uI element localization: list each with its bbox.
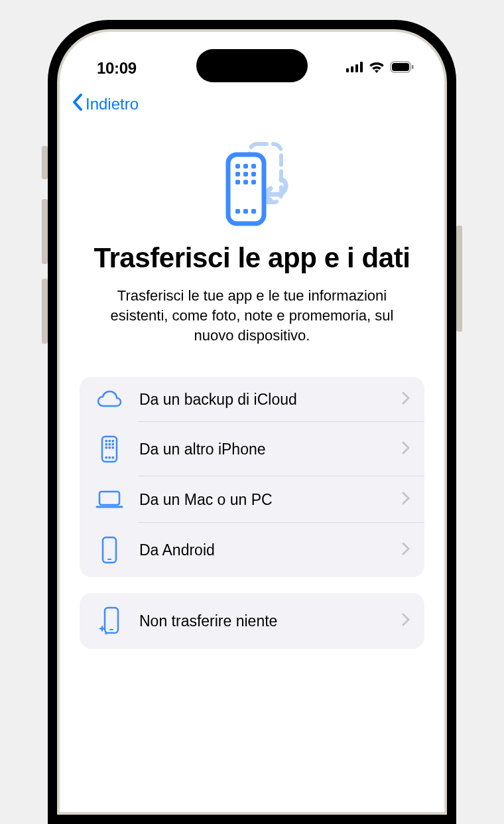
side-button-silent [42,146,48,179]
transfer-option-1[interactable]: Da un altro iPhone [80,422,424,476]
svg-rect-24 [112,440,115,443]
nav-bar: Indietro [60,86,444,115]
svg-rect-32 [109,456,111,459]
svg-rect-36 [107,559,111,560]
device-mockup-frame: 10:09 [0,0,504,824]
phone-plain-icon [94,536,125,564]
svg-rect-11 [251,164,256,169]
phone-sparkle-icon [94,606,125,636]
chevron-right-icon [402,490,410,509]
wifi-icon [369,61,385,76]
svg-rect-6 [412,65,414,69]
svg-rect-9 [235,164,240,169]
svg-rect-25 [105,443,108,446]
chevron-right-icon [402,541,410,559]
svg-rect-34 [99,492,119,505]
page-content: Trasferisci le app e i dati Trasferisci … [60,115,444,649]
option-label: Da Android [139,541,402,559]
page-title: Trasferisci le app e i dati [80,242,424,274]
chevron-right-icon [402,612,410,630]
phone-outer-frame: 10:09 [48,20,456,824]
side-button-volume-up [42,199,48,264]
side-button-power [456,226,462,332]
svg-rect-22 [105,440,108,443]
laptop-icon [94,490,125,510]
chevron-left-icon [72,93,83,115]
iphone-apps-icon [94,435,125,463]
svg-rect-1 [351,66,353,72]
svg-rect-31 [105,456,108,459]
svg-rect-14 [251,172,256,176]
option-label: Da un Mac o un PC [139,491,402,509]
svg-rect-27 [112,443,115,446]
chevron-right-icon [402,390,410,409]
phone-inner-border: 10:09 [57,29,447,815]
svg-rect-29 [109,446,111,449]
svg-rect-5 [392,63,409,71]
svg-rect-12 [235,172,240,176]
svg-rect-26 [109,443,111,446]
status-icons [346,61,414,76]
dynamic-island [196,49,308,82]
transfer-options-card: Da un backup di iCloudDa un altro iPhone… [80,377,424,577]
option-label: Da un backup di iCloud [139,391,402,409]
back-label: Indietro [86,95,139,113]
side-button-volume-down [42,279,48,344]
option-label: Non trasferire niente [139,612,402,630]
svg-rect-28 [105,446,108,449]
svg-rect-10 [243,164,248,169]
cellular-icon [346,62,363,75]
transfer-hero-icon [212,141,292,228]
svg-rect-15 [235,180,240,184]
svg-rect-17 [251,180,256,184]
svg-rect-23 [109,440,111,443]
svg-rect-2 [355,64,358,72]
page-subtitle: Trasferisci le tue app e le tue informaz… [80,286,424,345]
svg-rect-13 [243,172,248,176]
back-button[interactable]: Indietro [72,93,139,115]
svg-rect-3 [360,62,363,72]
svg-rect-0 [346,68,349,72]
svg-rect-30 [112,446,115,449]
svg-rect-19 [243,209,248,214]
transfer-option-0[interactable]: Da un backup di iCloud [80,377,424,422]
no-transfer-card: Non trasferire niente [80,593,424,649]
battery-icon [390,61,414,76]
chevron-right-icon [402,440,410,458]
svg-rect-16 [243,180,248,184]
option-label: Da un altro iPhone [139,441,402,458]
no-transfer-option-0[interactable]: Non trasferire niente [80,593,424,649]
phone-screen: 10:09 [60,32,444,812]
transfer-option-2[interactable]: Da un Mac o un PC [80,476,424,523]
svg-rect-38 [109,629,113,630]
status-time: 10:09 [97,59,137,78]
transfer-option-3[interactable]: Da Android [80,523,424,577]
svg-rect-20 [251,209,256,214]
svg-rect-18 [235,209,240,214]
cloud-icon [94,390,125,409]
svg-rect-33 [112,456,115,459]
